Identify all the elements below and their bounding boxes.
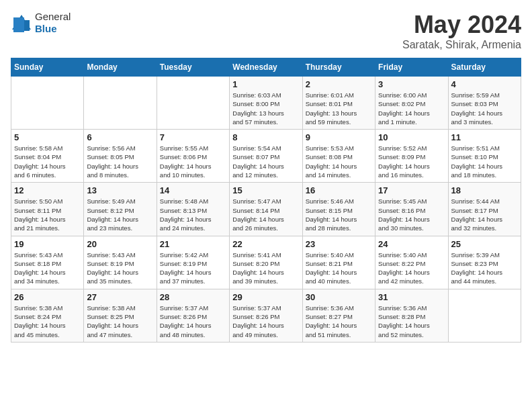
weekday-header-wednesday: Wednesday [230,58,302,77]
weekday-header-thursday: Thursday [302,58,375,77]
day-info: Sunrise: 5:43 AMSunset: 8:19 PMDaylight:… [87,250,153,286]
week-row-1: 1Sunrise: 6:03 AMSunset: 8:00 PMDaylight… [11,77,521,130]
location-title: Saratak, Shirak, Armenia [402,39,521,51]
title-block: May 2024 Saratak, Shirak, Armenia [402,11,521,51]
calendar-cell: 25Sunrise: 5:39 AMSunset: 8:23 PMDayligh… [448,236,521,289]
calendar-cell: 26Sunrise: 5:38 AMSunset: 8:24 PMDayligh… [11,289,84,342]
day-info: Sunrise: 5:41 AMSunset: 8:20 PMDaylight:… [232,250,299,286]
weekday-header-friday: Friday [375,58,448,77]
day-number: 24 [378,239,445,249]
day-number: 30 [306,292,372,302]
month-title: May 2024 [402,11,521,39]
calendar-cell: 8Sunrise: 5:54 AMSunset: 8:07 PMDaylight… [230,130,302,183]
day-number: 31 [378,292,445,302]
day-info: Sunrise: 6:03 AMSunset: 8:00 PMDaylight:… [232,91,299,126]
calendar-cell: 2Sunrise: 6:01 AMSunset: 8:01 PMDaylight… [302,77,375,130]
day-info: Sunrise: 6:00 AMSunset: 8:02 PMDaylight:… [378,91,445,126]
calendar-cell: 14Sunrise: 5:48 AMSunset: 8:13 PMDayligh… [157,183,229,236]
day-info: Sunrise: 5:40 AMSunset: 8:21 PMDaylight:… [306,250,372,286]
calendar-cell: 5Sunrise: 5:58 AMSunset: 8:04 PMDaylight… [11,130,84,183]
logo-blue: Blue [35,23,57,34]
day-number: 7 [160,132,226,142]
day-info: Sunrise: 5:37 AMSunset: 8:26 PMDaylight:… [160,304,226,339]
logo: General Blue [11,11,71,35]
weekday-header-monday: Monday [84,58,157,77]
day-info: Sunrise: 5:40 AMSunset: 8:22 PMDaylight:… [378,250,445,286]
page-header: General Blue May 2024 Saratak, Shirak, A… [11,11,521,51]
day-number: 2 [306,79,372,89]
day-number: 11 [451,132,518,142]
day-number: 27 [87,292,153,302]
day-info: Sunrise: 5:45 AMSunset: 8:16 PMDaylight:… [378,197,445,232]
day-number: 10 [378,132,445,142]
day-number: 5 [14,132,81,142]
week-row-4: 19Sunrise: 5:43 AMSunset: 8:18 PMDayligh… [11,236,521,289]
calendar-cell [448,289,521,342]
day-info: Sunrise: 5:58 AMSunset: 8:04 PMDaylight:… [14,144,81,179]
day-info: Sunrise: 5:56 AMSunset: 8:05 PMDaylight:… [87,144,153,179]
day-info: Sunrise: 5:46 AMSunset: 8:15 PMDaylight:… [306,197,372,232]
calendar-cell: 18Sunrise: 5:44 AMSunset: 8:17 PMDayligh… [448,183,521,236]
day-number: 26 [14,292,81,302]
calendar-cell: 24Sunrise: 5:40 AMSunset: 8:22 PMDayligh… [375,236,448,289]
calendar-cell [157,77,229,130]
calendar-cell: 12Sunrise: 5:50 AMSunset: 8:11 PMDayligh… [11,183,84,236]
day-number: 28 [160,292,226,302]
day-number: 14 [160,185,226,195]
calendar-cell: 17Sunrise: 5:45 AMSunset: 8:16 PMDayligh… [375,183,448,236]
day-info: Sunrise: 5:42 AMSunset: 8:19 PMDaylight:… [160,250,226,286]
calendar-cell: 28Sunrise: 5:37 AMSunset: 8:26 PMDayligh… [157,289,229,342]
week-row-3: 12Sunrise: 5:50 AMSunset: 8:11 PMDayligh… [11,183,521,236]
calendar-cell [11,77,84,130]
day-number: 23 [306,239,372,249]
day-number: 19 [14,239,81,249]
day-number: 13 [87,185,153,195]
day-number: 18 [451,185,518,195]
calendar-cell: 7Sunrise: 5:55 AMSunset: 8:06 PMDaylight… [157,130,229,183]
day-number: 16 [306,185,372,195]
day-info: Sunrise: 5:59 AMSunset: 8:03 PMDaylight:… [451,91,518,126]
logo-icon [11,13,32,32]
week-row-2: 5Sunrise: 5:58 AMSunset: 8:04 PMDaylight… [11,130,521,183]
calendar-cell: 21Sunrise: 5:42 AMSunset: 8:19 PMDayligh… [157,236,229,289]
weekday-header-tuesday: Tuesday [157,58,229,77]
day-info: Sunrise: 5:36 AMSunset: 8:28 PMDaylight:… [378,304,445,339]
calendar-cell: 27Sunrise: 5:38 AMSunset: 8:25 PMDayligh… [84,289,157,342]
weekday-header-saturday: Saturday [448,58,521,77]
day-number: 21 [160,239,226,249]
calendar-cell: 29Sunrise: 5:37 AMSunset: 8:26 PMDayligh… [230,289,302,342]
calendar-cell: 6Sunrise: 5:56 AMSunset: 8:05 PMDaylight… [84,130,157,183]
logo-general: General [35,11,71,22]
day-info: Sunrise: 5:49 AMSunset: 8:12 PMDaylight:… [87,197,153,232]
svg-marker-3 [13,17,24,32]
day-info: Sunrise: 5:38 AMSunset: 8:25 PMDaylight:… [87,304,153,339]
week-row-5: 26Sunrise: 5:38 AMSunset: 8:24 PMDayligh… [11,289,521,342]
day-number: 1 [232,79,299,89]
day-info: Sunrise: 5:54 AMSunset: 8:07 PMDaylight:… [232,144,299,179]
day-number: 22 [232,239,299,249]
calendar-cell: 10Sunrise: 5:52 AMSunset: 8:09 PMDayligh… [375,130,448,183]
calendar-cell: 23Sunrise: 5:40 AMSunset: 8:21 PMDayligh… [302,236,375,289]
calendar-cell: 16Sunrise: 5:46 AMSunset: 8:15 PMDayligh… [302,183,375,236]
day-number: 6 [87,132,153,142]
day-info: Sunrise: 5:47 AMSunset: 8:14 PMDaylight:… [232,197,299,232]
day-info: Sunrise: 5:55 AMSunset: 8:06 PMDaylight:… [160,144,226,179]
day-info: Sunrise: 5:52 AMSunset: 8:09 PMDaylight:… [378,144,445,179]
day-info: Sunrise: 5:36 AMSunset: 8:27 PMDaylight:… [306,304,372,339]
calendar-cell: 22Sunrise: 5:41 AMSunset: 8:20 PMDayligh… [230,236,302,289]
day-number: 9 [306,132,372,142]
calendar-cell: 9Sunrise: 5:53 AMSunset: 8:08 PMDaylight… [302,130,375,183]
day-info: Sunrise: 5:44 AMSunset: 8:17 PMDaylight:… [451,197,518,232]
calendar-cell: 3Sunrise: 6:00 AMSunset: 8:02 PMDaylight… [375,77,448,130]
day-number: 29 [232,292,299,302]
day-number: 3 [378,79,445,89]
calendar-cell: 1Sunrise: 6:03 AMSunset: 8:00 PMDaylight… [230,77,302,130]
day-info: Sunrise: 5:37 AMSunset: 8:26 PMDaylight:… [232,304,299,339]
calendar-cell: 11Sunrise: 5:51 AMSunset: 8:10 PMDayligh… [448,130,521,183]
day-number: 25 [451,239,518,249]
day-info: Sunrise: 5:39 AMSunset: 8:23 PMDaylight:… [451,250,518,286]
calendar-cell: 19Sunrise: 5:43 AMSunset: 8:18 PMDayligh… [11,236,84,289]
calendar-cell [84,77,157,130]
day-info: Sunrise: 6:01 AMSunset: 8:01 PMDaylight:… [306,91,372,126]
calendar-table: SundayMondayTuesdayWednesdayThursdayFrid… [11,58,521,342]
